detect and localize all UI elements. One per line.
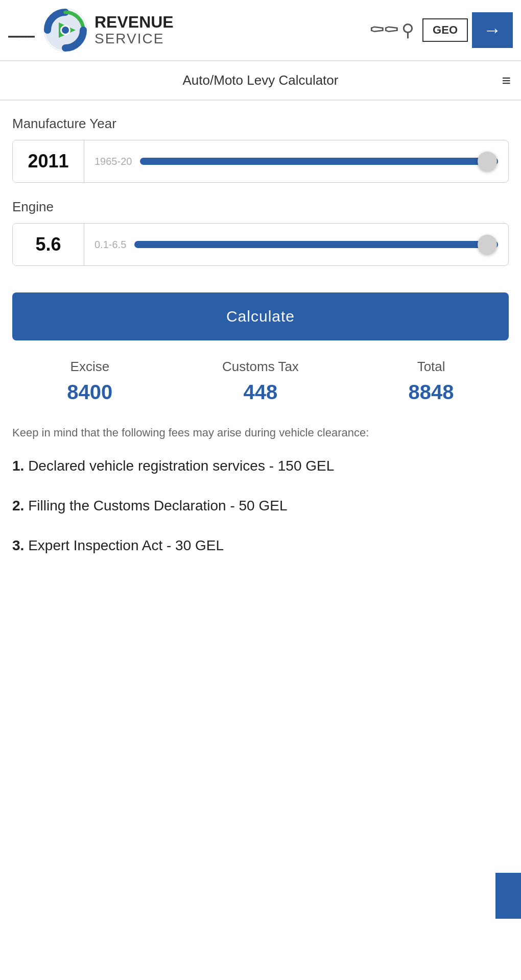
calculate-button[interactable]: Calculate — [12, 292, 509, 340]
disclaimer-text: Keep in mind that the following fees may… — [12, 424, 509, 441]
right-side-decoration — [495, 873, 521, 919]
engine-value: 5.6 — [13, 224, 84, 265]
total-label: Total — [417, 359, 445, 375]
logo-text: REVENUE SERVICE — [94, 13, 174, 47]
hamburger-icon[interactable]: ⎯⎯⎯ — [8, 22, 34, 38]
logo-icon — [42, 7, 88, 53]
manufacture-year-range: 1965-20 — [94, 156, 132, 167]
total-value: 8848 — [409, 381, 454, 404]
sub-header: Auto/Moto Levy Calculator ≡ — [0, 61, 521, 101]
customs-value: 448 — [244, 381, 278, 404]
glasses-icon[interactable]: ⚰⚰ — [369, 19, 397, 41]
results-row: Excise 8400 Customs Tax 448 Total 8848 — [12, 359, 509, 404]
arrow-icon: → — [483, 19, 502, 41]
engine-slider-area: 0.1-6.5 — [84, 228, 508, 261]
header-icons: ⚰⚰ ⚲ — [369, 19, 414, 41]
fee-list: 1. Declared vehicle registration service… — [12, 455, 509, 556]
fee-item: 1. Declared vehicle registration service… — [12, 455, 509, 477]
arrow-button[interactable]: → — [472, 12, 513, 48]
engine-card: 5.6 0.1-6.5 — [12, 223, 509, 266]
manufacture-year-value: 2011 — [13, 140, 84, 182]
geo-button[interactable]: GEO — [422, 18, 468, 42]
logo-revenue: REVENUE — [94, 13, 174, 31]
logo-service: SERVICE — [94, 31, 174, 47]
fee-item-number: 3. — [12, 537, 24, 553]
fee-item: 3. Expert Inspection Act - 30 GEL — [12, 535, 509, 556]
search-icon[interactable]: ⚲ — [401, 20, 414, 40]
svg-point-4 — [62, 27, 69, 34]
manufacture-year-label: Manufacture Year — [12, 116, 509, 132]
excise-col: Excise 8400 — [67, 359, 112, 404]
sub-header-menu-icon[interactable]: ≡ — [502, 72, 511, 89]
excise-value: 8400 — [67, 381, 112, 404]
fee-item: 2. Filling the Customs Declaration - 50 … — [12, 495, 509, 517]
excise-label: Excise — [70, 359, 110, 375]
engine-thumb — [478, 235, 497, 254]
fee-item-number: 2. — [12, 498, 24, 513]
engine-range: 0.1-6.5 — [94, 239, 126, 251]
header: ⎯⎯⎯ — [0, 0, 521, 61]
manufacture-year-track[interactable] — [140, 155, 498, 167]
manufacture-year-track-bg — [140, 158, 498, 165]
main-content: Manufacture Year 2011 1965-20 Engine 5.6… — [0, 101, 521, 590]
sub-header-title: Auto/Moto Levy Calculator — [183, 72, 339, 88]
engine-label: Engine — [12, 199, 509, 215]
customs-label: Customs Tax — [222, 359, 299, 375]
manufacture-year-thumb — [478, 152, 497, 171]
manufacture-year-slider-area: 1965-20 — [84, 145, 508, 178]
engine-track[interactable] — [134, 238, 498, 251]
manufacture-year-card: 2011 1965-20 — [12, 140, 509, 183]
total-col: Total 8848 — [409, 359, 454, 404]
fee-item-number: 1. — [12, 458, 24, 474]
customs-col: Customs Tax 448 — [222, 359, 299, 404]
engine-track-bg — [134, 241, 498, 248]
logo-area: REVENUE SERVICE — [42, 7, 369, 53]
